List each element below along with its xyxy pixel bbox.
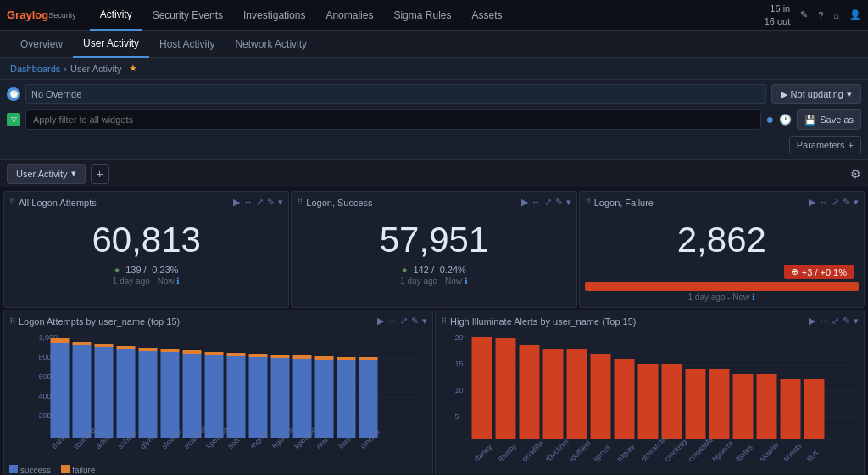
chart1-actions: ▶ ↔ ⤢ ✎ ▾ (377, 316, 427, 327)
expand-icon-c1[interactable]: ⤢ (400, 316, 408, 327)
sec-nav-user-activity[interactable]: User Activity (73, 31, 149, 58)
chevron-icon-c2[interactable]: ▾ (854, 316, 859, 327)
svg-text:5: 5 (455, 412, 459, 421)
in-count: 16 in (765, 3, 791, 14)
filter-input[interactable] (25, 109, 761, 130)
not-updating-button[interactable]: ▶ Not updating ▾ (771, 84, 861, 104)
settings-gear-button[interactable]: ⚙ (850, 167, 861, 181)
edit-icon-w1[interactable]: ✎ (267, 197, 275, 208)
svg-rect-15 (95, 344, 114, 347)
chart2-header: ⠿ High Illuminate Alerts by user_name (T… (441, 316, 859, 327)
in-out-counter: 16 in 16 out (765, 3, 791, 27)
svg-rect-35 (315, 356, 334, 360)
nav-investigations[interactable]: Investigations (233, 0, 315, 31)
svg-rect-26 (227, 356, 246, 438)
tab-chevron-icon: ▾ (71, 168, 76, 179)
chart1-header: ⠿ Logon Attempts by user_name (top 15) ▶… (9, 316, 427, 327)
svg-rect-11 (51, 338, 70, 343)
svg-text:20: 20 (455, 333, 464, 342)
chevron-icon-w3[interactable]: ▾ (854, 197, 859, 208)
delta-icon-2: ● (402, 265, 408, 275)
widget-alert-bar: ⊕ +3 / +0.1% (585, 265, 859, 281)
dashboard-tab-user-activity[interactable]: User Activity ▾ (7, 164, 86, 184)
home-icon[interactable]: ⌂ (833, 10, 839, 20)
breadcrumb-dashboards[interactable]: Dashboards (10, 64, 60, 74)
nav-activity[interactable]: Activity (90, 0, 142, 31)
circle-blue-icon: ● (766, 112, 775, 127)
expand-icon-c2[interactable]: ⤢ (832, 316, 839, 327)
play-icon-c1[interactable]: ▶ (377, 316, 384, 327)
sec-nav-host-activity[interactable]: Host Activity (149, 31, 225, 58)
svg-rect-27 (227, 353, 246, 356)
widget-header-2: ⠿ Logon, Success ▶ ↔ ⤢ ✎ ▾ (297, 197, 570, 208)
chevron-icon-c1[interactable]: ▾ (422, 316, 427, 327)
user-icon[interactable]: 👤 (849, 9, 861, 20)
play-icon-w2[interactable]: ▶ (521, 197, 528, 208)
svg-rect-76 (781, 379, 801, 439)
svg-rect-39 (359, 357, 378, 360)
svg-text:lbusby: lbusby (497, 441, 519, 461)
svg-text:slowfer: slowfer (758, 440, 781, 461)
play-icon-w3[interactable]: ▶ (809, 197, 815, 208)
svg-text:200: 200 (39, 411, 52, 420)
svg-rect-17 (117, 346, 136, 349)
expand-icon-w3[interactable]: ⤢ (832, 197, 839, 208)
widget-value-1: 60,813 (9, 211, 283, 265)
save-as-button[interactable]: 💾 Save as (797, 109, 861, 130)
logo-sub: Security (48, 11, 76, 20)
parameters-button[interactable]: Parameters + (789, 136, 861, 154)
help-icon[interactable]: ? (818, 10, 823, 20)
widget-header-3: ⠿ Logon, Failure ▶ ↔ ⤢ ✎ ▾ (585, 197, 859, 208)
edit-icon-c1[interactable]: ✎ (411, 316, 419, 327)
no-override-label[interactable]: No Override (25, 84, 766, 104)
expand-icon-w1[interactable]: ⤢ (256, 197, 264, 208)
svg-rect-30 (271, 358, 290, 438)
sec-nav-overview[interactable]: Overview (10, 31, 73, 58)
chevron-icon-w2[interactable]: ▾ (566, 197, 571, 208)
plus-circle-icon: ⊕ (791, 266, 798, 277)
out-count: 16 out (765, 15, 791, 27)
edit-icon-w3[interactable]: ✎ (843, 197, 850, 208)
arrows-icon-w1[interactable]: ↔ (243, 197, 253, 208)
svg-text:jduffield: jduffield (567, 439, 593, 461)
delta-positive: ⊕ +3 / +0.1% (784, 265, 854, 279)
info-icon-1: ℹ (176, 277, 180, 286)
edit-icon-c2[interactable]: ✎ (843, 316, 850, 327)
grid-icon-3: ⠿ (585, 198, 591, 207)
expand-icon-w2[interactable]: ⤢ (544, 197, 552, 208)
arrows-icon-c2[interactable]: ↔ (819, 316, 828, 327)
nav-sigma-rules[interactable]: Sigma Rules (383, 0, 461, 31)
filter-icon: ▽ (7, 113, 20, 126)
svg-rect-68 (591, 354, 611, 439)
sec-nav-network-activity[interactable]: Network Activity (225, 31, 317, 58)
chart2-svg: 20 15 10 5 (441, 330, 859, 461)
widget-actions-1: ▶ ↔ ⤢ ✎ ▾ (233, 197, 283, 208)
svg-rect-13 (73, 342, 92, 345)
svg-rect-65 (520, 345, 540, 439)
nav-anomalies[interactable]: Anomalies (315, 0, 383, 31)
edit-icon-w2[interactable]: ✎ (555, 197, 563, 208)
nav-security-events[interactable]: Security Events (142, 0, 233, 31)
svg-text:lgross: lgross (592, 443, 612, 461)
favorite-star[interactable]: ★ (129, 63, 137, 74)
chevron-down-icon: ▾ (847, 89, 852, 100)
chart2-actions: ▶ ↔ ⤢ ✎ ▾ (809, 316, 859, 327)
widget-title-1: All Logon Attempts (19, 198, 230, 208)
svg-rect-66 (543, 349, 564, 439)
plus-icon: + (849, 140, 854, 150)
arrows-icon-c1[interactable]: ↔ (387, 316, 397, 327)
play-icon-c2[interactable]: ▶ (809, 316, 815, 327)
play-icon-w1[interactable]: ▶ (233, 197, 240, 208)
svg-text:15: 15 (455, 360, 464, 368)
arrows-icon-w3[interactable]: ↔ (819, 197, 828, 208)
svg-rect-12 (73, 345, 92, 438)
svg-text:lbates: lbates (734, 443, 754, 461)
chevron-icon-w1[interactable]: ▾ (278, 197, 283, 208)
add-dashboard-button[interactable]: + (91, 164, 109, 184)
edit-icon[interactable]: ✎ (800, 9, 808, 20)
widget-logon-attempts-chart: ⠿ Logon Attempts by user_name (top 15) ▶… (3, 310, 433, 475)
svg-rect-67 (567, 349, 587, 439)
arrows-icon-w2[interactable]: ↔ (531, 197, 541, 208)
nav-assets[interactable]: Assets (461, 0, 512, 31)
dashboard-tab-label: User Activity (16, 169, 68, 179)
